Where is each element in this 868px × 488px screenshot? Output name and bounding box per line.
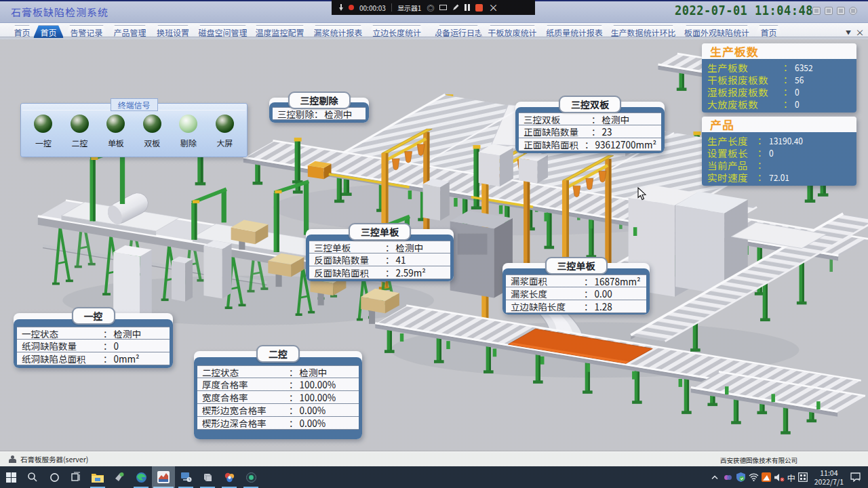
row-colon: ： bbox=[289, 416, 298, 430]
taskbar-clock[interactable]: 11:04 2022/7/1 bbox=[814, 468, 844, 486]
action-center-icon[interactable] bbox=[850, 466, 861, 488]
tab-list-dropdown-icon[interactable]: ▼ bbox=[844, 27, 853, 37]
product-body: 生产长度：13190.40 设置板长：0 当前产品： 实时速度：72.01 bbox=[702, 132, 856, 186]
recorder-monitor-select[interactable]: 显示器1 bbox=[397, 3, 422, 13]
row-label: 二控状态 bbox=[202, 365, 289, 379]
tab-close-icon[interactable]: × bbox=[855, 27, 865, 37]
signal-lamp-icon bbox=[71, 115, 89, 133]
mouse-cursor bbox=[637, 187, 647, 201]
panel-erkong: 二控 二控状态：检测中 厚度合格率：100.00% 宽度合格率：100.00% … bbox=[194, 351, 362, 439]
row-colon: ： bbox=[385, 253, 395, 266]
row-colon: ： bbox=[289, 378, 298, 391]
row-colon: ： bbox=[289, 403, 298, 417]
stat-row: 当前产品： bbox=[707, 159, 856, 171]
row-label: 厚度合格率 bbox=[202, 378, 289, 391]
tray-keyboard-icon[interactable] bbox=[798, 466, 808, 488]
stat-row: 大放废板数：0 bbox=[707, 98, 856, 110]
row-colon: ： bbox=[584, 274, 593, 288]
row-value: 1.28 bbox=[593, 300, 612, 313]
signal-lamp-icon bbox=[179, 115, 197, 133]
stat-value: 13190.40 bbox=[767, 135, 803, 146]
tab-label: 告警记录 bbox=[70, 26, 102, 38]
tray-ime-indicator[interactable]: 中 bbox=[787, 472, 795, 483]
taskbar: 中 11:04 2022/7/1 bbox=[0, 466, 868, 488]
title-bar: 石膏板缺陷检测系统 2022-07-01 11:04:48 00:00:03 显… bbox=[0, 0, 868, 22]
gray-app-icon[interactable] bbox=[197, 466, 218, 488]
app-paint-icon[interactable] bbox=[108, 466, 130, 488]
tab-10[interactable]: 干板放废统计 bbox=[485, 25, 540, 38]
app-title: 石膏板缺陷检测系统 bbox=[11, 5, 108, 19]
titlebar-button-3-icon[interactable] bbox=[837, 7, 845, 15]
edge-browser-icon[interactable] bbox=[130, 466, 152, 488]
panel-row: 三控单板：检测中 bbox=[309, 241, 450, 253]
panel-rows: 一控状态：检测中 纸洞缺陷数量：0 纸洞缺陷总面积：0mm² bbox=[17, 327, 170, 365]
task-view-icon[interactable] bbox=[65, 466, 87, 488]
tab-7[interactable]: 漏浆统计报表 bbox=[310, 25, 366, 38]
recorder-stop-button[interactable] bbox=[475, 4, 483, 12]
panel-row: 漏浆长度：0.00 bbox=[506, 287, 646, 300]
tab-6[interactable]: 温度监控配置 bbox=[251, 25, 309, 38]
tab-14[interactable]: 首页 bbox=[754, 25, 783, 38]
tab-11[interactable]: 纸质量统计报表 bbox=[542, 25, 607, 38]
signal-label: 二控 bbox=[71, 137, 87, 148]
tab-label: 首页 bbox=[14, 26, 30, 38]
row-value: 0.00 bbox=[593, 287, 612, 300]
tab-3[interactable]: 产品管理 bbox=[109, 25, 151, 38]
recorder-app-icon[interactable] bbox=[240, 466, 262, 488]
row-value: 0mm² bbox=[113, 352, 140, 365]
tray-screen-rec-icon[interactable] bbox=[762, 466, 772, 488]
tab-0[interactable]: 首页 bbox=[9, 25, 35, 38]
search-icon[interactable] bbox=[22, 466, 43, 488]
device-app-icon[interactable] bbox=[175, 466, 197, 488]
tab-13[interactable]: 板面外观缺陷统计 bbox=[681, 25, 753, 38]
tab-9[interactable]: 设备运行日志 bbox=[434, 25, 483, 38]
tab-label: 生产数据统计环比 bbox=[610, 26, 675, 38]
file-explorer-icon[interactable] bbox=[87, 466, 108, 488]
tray-app-icon[interactable] bbox=[723, 466, 733, 488]
tab-4[interactable]: 换班设置 bbox=[153, 25, 193, 38]
panel-row: 二控状态：检测中 bbox=[197, 365, 359, 378]
titlebar-buttons bbox=[812, 7, 857, 15]
signal-5: 大屏 bbox=[207, 115, 243, 148]
titlebar-button-4-icon[interactable] bbox=[849, 7, 857, 15]
row-label: 三控单板 bbox=[314, 241, 385, 254]
row-colon: ： bbox=[591, 125, 601, 138]
tray-volume-muted-icon[interactable] bbox=[774, 466, 785, 488]
row-value: 检测中 bbox=[395, 241, 424, 254]
row-label: 漏浆长度 bbox=[511, 287, 584, 300]
signal-4: 剔除 bbox=[170, 115, 207, 148]
recorder-close-button[interactable]: × bbox=[488, 1, 498, 14]
panel-row: 三控双板：检测中 bbox=[519, 113, 661, 125]
tab-1[interactable]: 首页 bbox=[33, 25, 64, 38]
recorder-draw-icon[interactable] bbox=[452, 3, 459, 13]
row-label: 漏浆面积 bbox=[511, 274, 584, 288]
recorder-pause-button[interactable] bbox=[465, 4, 470, 11]
titlebar-button-1-icon[interactable] bbox=[812, 7, 821, 15]
panel-rows: 二控状态：检测中 厚度合格率：100.00% 宽度合格率：100.00% 楔形边… bbox=[197, 365, 359, 430]
terminal-signal-panel: 终端信号 一控 二控 单板 双板 剔除 大屏 bbox=[20, 103, 248, 157]
start-button[interactable] bbox=[0, 466, 22, 488]
tab-12[interactable]: 生产数据统计环比 bbox=[608, 25, 678, 38]
panel-row: 纸洞缺陷总面积：0mm² bbox=[17, 352, 170, 365]
recorder-region-icon[interactable] bbox=[439, 5, 447, 10]
titlebar-button-2-icon[interactable] bbox=[825, 7, 833, 15]
tab-8[interactable]: 立边长度统计 bbox=[368, 25, 426, 38]
tab-2[interactable]: 告警记录 bbox=[64, 25, 108, 38]
stat-colon: ： bbox=[783, 97, 793, 110]
panel-row: 漏浆面积：16878mm² bbox=[506, 274, 646, 287]
cortana-icon[interactable] bbox=[43, 466, 65, 488]
panel-title: 三控单板 bbox=[349, 223, 411, 241]
signal-label: 单板 bbox=[108, 137, 124, 148]
tray-security-icon[interactable] bbox=[736, 466, 746, 488]
panel-sankong-danban-center: 三控单板 三控单板：检测中 反面缺陷数量：41 反面缺陷面积：2.59m² bbox=[306, 229, 454, 281]
tray-wifi-icon[interactable] bbox=[749, 466, 759, 488]
row-label: 正面缺陷面积 bbox=[524, 138, 585, 152]
tab-5[interactable]: 磁盘空间管理 bbox=[195, 25, 251, 38]
stat-value: 6352 bbox=[793, 62, 813, 73]
defect-app-taskbar-icon[interactable] bbox=[152, 466, 175, 488]
recorder-webcam-icon[interactable]: ◎ bbox=[427, 4, 434, 12]
netdisk-app-icon[interactable] bbox=[218, 466, 240, 488]
tray-chevron-icon[interactable] bbox=[710, 466, 720, 488]
board-counts-body: 生产板数：6352 干板报废板数：56 湿板报废板数：0 大放废板数：0 bbox=[702, 59, 856, 113]
recorder-pin-icon[interactable] bbox=[338, 4, 343, 11]
